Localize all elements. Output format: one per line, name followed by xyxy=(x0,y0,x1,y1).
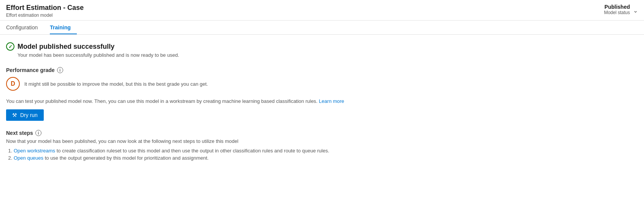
page-subtitle: Effort estimation model xyxy=(6,13,84,18)
next-steps-description: Now that your model has been published, … xyxy=(6,138,638,144)
dry-run-button[interactable]: ⚒ Dry run xyxy=(6,109,44,121)
success-title-text: Model published successfully xyxy=(17,43,114,51)
next-steps-list: Open workstreams to create classificatio… xyxy=(6,148,638,161)
success-description: Your model has been successfully publish… xyxy=(17,52,638,58)
performance-info-icon[interactable]: i xyxy=(57,67,63,73)
next-steps-item-2-text: to use the output generated by this mode… xyxy=(43,155,208,161)
next-steps-item-1: Open workstreams to create classificatio… xyxy=(14,148,638,154)
next-steps-item-1-text: to create classification ruleset to use … xyxy=(55,148,329,154)
page-title: Effort Estimation - Case xyxy=(6,4,84,12)
dry-run-label: Dry run xyxy=(20,112,38,118)
tab-training[interactable]: Training xyxy=(50,21,76,34)
open-workstreams-link[interactable]: Open workstreams xyxy=(14,148,55,154)
grade-description: It might still be possible to improve th… xyxy=(24,81,208,87)
grade-row: D It might still be possible to improve … xyxy=(6,77,638,91)
next-steps-section: Next steps i Now that your model has bee… xyxy=(6,130,638,161)
next-steps-label-row: Next steps i xyxy=(6,130,638,136)
learn-more-link[interactable]: Learn more xyxy=(319,98,344,104)
grade-badge: D xyxy=(6,77,20,91)
performance-label-row: Performance grade i xyxy=(6,67,638,73)
tabs-bar: Configuration Training xyxy=(0,21,644,35)
test-model-text: You can test your published model now. T… xyxy=(6,98,638,104)
page-header: Effort Estimation - Case Effort estimati… xyxy=(0,0,644,21)
main-content: ✓ Model published successfully Your mode… xyxy=(0,35,644,168)
model-status-sub: Model status xyxy=(604,10,630,15)
header-right: Published Model status ⌄ xyxy=(604,4,638,15)
success-section: ✓ Model published successfully Your mode… xyxy=(6,42,638,58)
published-status-label: Published xyxy=(604,4,630,10)
next-steps-label-text: Next steps xyxy=(6,130,33,136)
success-check-icon: ✓ xyxy=(6,42,14,51)
next-steps-info-icon[interactable]: i xyxy=(35,130,41,136)
test-model-section: You can test your published model now. T… xyxy=(6,98,638,121)
open-queues-link[interactable]: Open queues xyxy=(14,155,43,161)
next-steps-item-2: Open queues to use the output generated … xyxy=(14,155,638,161)
chevron-down-icon[interactable]: ⌄ xyxy=(633,7,638,14)
performance-section: Performance grade i D It might still be … xyxy=(6,67,638,91)
flask-icon: ⚒ xyxy=(12,112,17,118)
test-model-text-before-link: You can test your published model now. T… xyxy=(6,98,318,104)
tab-configuration[interactable]: Configuration xyxy=(6,21,44,34)
success-title: ✓ Model published successfully xyxy=(6,42,638,51)
performance-label-text: Performance grade xyxy=(6,67,55,73)
status-block: Published Model status xyxy=(604,4,630,15)
header-left: Effort Estimation - Case Effort estimati… xyxy=(6,4,84,18)
